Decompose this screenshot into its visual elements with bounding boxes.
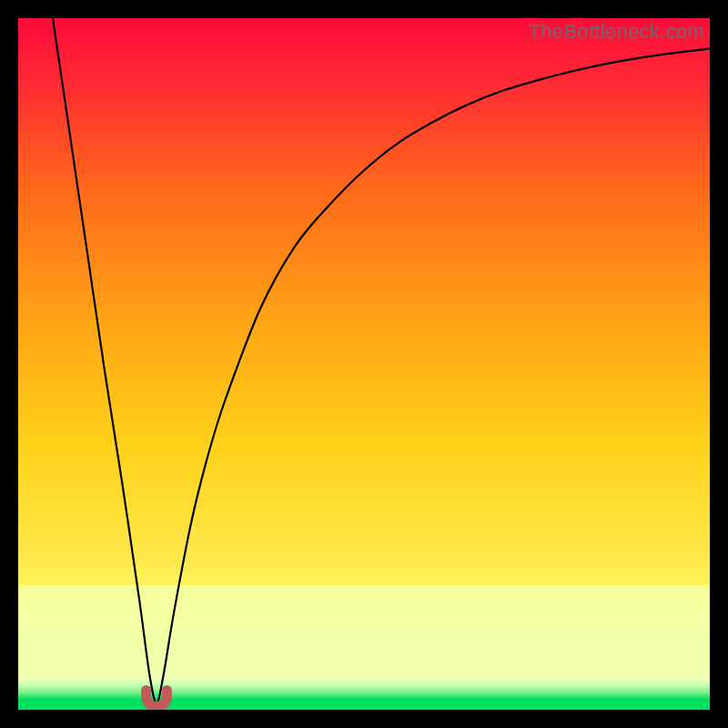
gradient-background — [18, 18, 710, 710]
chart-frame: TheBottleneck.com — [18, 18, 710, 710]
bottleneck-plot — [18, 18, 710, 710]
watermark-text: TheBottleneck.com — [529, 20, 704, 44]
